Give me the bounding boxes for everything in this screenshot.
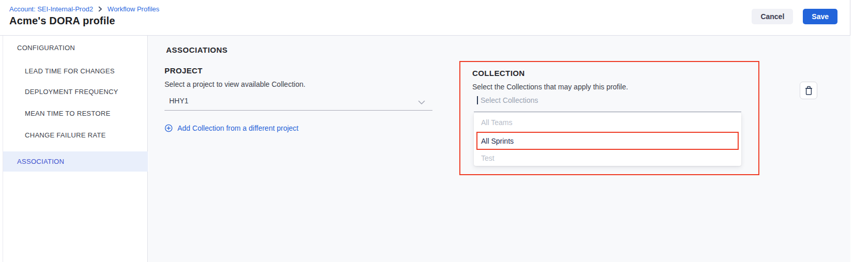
add-collection-link-label: Add Collection from a different project [177,123,298,133]
sidebar: CONFIGURATION LEAD TIME FOR CHANGES DEPL… [3,36,148,262]
plus-circle-icon [164,124,173,132]
collections-dropdown: All Teams All Sprints Test [474,113,741,166]
collection-heading: COLLECTION [472,68,525,78]
save-button[interactable]: Save [803,9,837,24]
sidebar-item-deployment-frequency[interactable]: DEPLOYMENT FREQUENCY [25,87,118,97]
option-test[interactable]: Test [474,150,741,166]
sidebar-item-mean-time-to-restore[interactable]: MEAN TIME TO RESTORE [25,109,110,118]
text-cursor [477,96,478,104]
sidebar-item-change-failure-rate[interactable]: CHANGE FAILURE RATE [25,131,106,140]
project-section: PROJECT Select a project to view availab… [164,66,432,133]
chevron-right-icon [98,6,102,12]
project-subtitle: Select a project to view available Colle… [164,80,432,89]
add-collection-link[interactable]: Add Collection from a different project [164,123,432,133]
app-panel: Account: SEI-Internal-Prod2 Workflow Pro… [0,0,850,262]
project-select[interactable]: HHY1 [164,92,432,111]
breadcrumb-workflow-profiles-link[interactable]: Workflow Profiles [108,5,159,13]
collection-subtitle: Select the Collections that may apply th… [472,83,628,91]
sidebar-item-configuration[interactable]: CONFIGURATION [17,43,75,53]
header-actions: Cancel Save [752,9,837,24]
breadcrumb: Account: SEI-Internal-Prod2 Workflow Pro… [9,5,159,13]
option-all-sprints[interactable]: All Sprints [476,132,739,150]
collections-input[interactable]: Select Collections [477,95,538,105]
trash-icon [804,86,813,96]
collections-input-underline [474,112,741,112]
cancel-button[interactable]: Cancel [752,9,793,24]
sidebar-item-association[interactable]: ASSOCIATION [3,151,148,172]
page: Account: SEI-Internal-Prod2 Workflow Pro… [0,0,868,262]
chevron-down-icon [418,98,425,107]
delete-association-button[interactable] [800,82,817,99]
associations-heading: ASSOCIATIONS [166,45,228,55]
collection-section: COLLECTION Select the Collections that m… [459,61,759,175]
main-content: ASSOCIATIONS PROJECT Select a project to… [148,36,850,262]
project-select-value: HHY1 [169,96,188,106]
header: Account: SEI-Internal-Prod2 Workflow Pro… [0,0,850,36]
collections-input-placeholder: Select Collections [481,95,538,105]
project-heading: PROJECT [164,66,432,75]
sidebar-item-association-label: ASSOCIATION [17,158,64,165]
option-all-teams[interactable]: All Teams [474,113,741,132]
sidebar-item-lead-time-for-changes[interactable]: LEAD TIME FOR CHANGES [25,67,115,76]
page-title: Acme's DORA profile [9,15,115,27]
breadcrumb-account-link[interactable]: Account: SEI-Internal-Prod2 [9,5,93,13]
